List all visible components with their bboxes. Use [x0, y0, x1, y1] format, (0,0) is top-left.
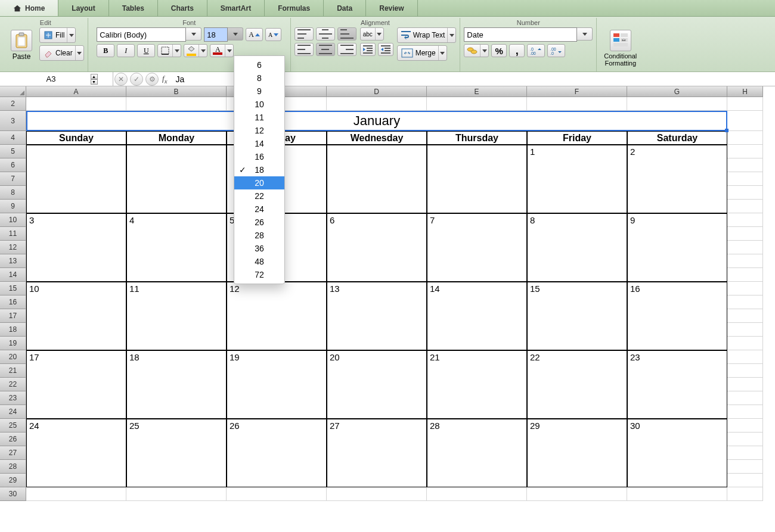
paste-button[interactable]: Paste [7, 27, 36, 63]
formula-builder-button[interactable]: ⚙ [145, 73, 159, 86]
grow-font-button[interactable]: A [246, 28, 263, 41]
align-top-button[interactable] [294, 27, 314, 41]
calendar-cell[interactable]: 23 [627, 350, 727, 419]
row-header-14[interactable]: 14 [0, 268, 26, 282]
calendar-cell[interactable] [327, 145, 427, 213]
calendar-cell[interactable] [427, 145, 527, 213]
border-button[interactable] [157, 44, 181, 57]
row-header-23[interactable]: 23 [0, 391, 26, 405]
row-header-13[interactable]: 13 [0, 254, 26, 268]
font-size-option-16[interactable]: 16 [234, 150, 284, 163]
number-format-dropdown[interactable] [577, 27, 593, 41]
row-header-28[interactable]: 28 [0, 460, 26, 474]
font-size-option-11[interactable]: 11 [234, 111, 284, 124]
col-header-A[interactable]: A [26, 86, 126, 97]
tab-tables[interactable]: Tables [109, 0, 158, 16]
font-size-option-24[interactable]: 24 [234, 203, 284, 216]
row-header-11[interactable]: 11 [0, 227, 26, 241]
decrease-decimal-button[interactable]: .00.0 [547, 44, 565, 57]
font-name-dropdown[interactable] [186, 27, 202, 41]
font-size-option-20[interactable]: 20 [234, 176, 284, 189]
font-size-option-72[interactable]: 72 [234, 268, 284, 281]
accept-formula-button[interactable]: ✓ [130, 73, 143, 86]
calendar-cell[interactable]: 21 [427, 350, 527, 419]
cell-grid[interactable]: JanuarySundayMondayTuesdayWednesdayThurs… [26, 97, 763, 501]
col-header-F[interactable]: F [527, 86, 627, 97]
calendar-cell[interactable]: 12 [227, 282, 327, 350]
row-header-30[interactable]: 30 [0, 487, 26, 501]
align-left-button[interactable] [294, 43, 314, 56]
tab-data[interactable]: Data [324, 0, 366, 16]
row-header-24[interactable]: 24 [0, 405, 26, 419]
bold-button[interactable]: B [97, 44, 114, 57]
clear-button[interactable]: Clear [39, 45, 84, 61]
font-size-option-22[interactable]: 22 [234, 189, 284, 203]
calendar-cell[interactable]: 9 [627, 213, 727, 282]
calendar-cell[interactable]: 14 [427, 282, 527, 350]
font-color-button[interactable]: A [210, 44, 234, 57]
row-header-2[interactable]: 2 [0, 97, 26, 111]
row-header-7[interactable]: 7 [0, 172, 26, 186]
font-size-option-10[interactable]: 10 [234, 98, 284, 111]
tab-formulas[interactable]: Formulas [265, 0, 324, 16]
col-header-E[interactable]: E [427, 86, 527, 97]
calendar-cell[interactable]: 30 [627, 419, 727, 487]
row-header-4[interactable]: 4 [0, 131, 26, 145]
font-size-option-8[interactable]: 8 [234, 71, 284, 85]
calendar-cell[interactable]: 27 [327, 419, 427, 487]
calendar-cell[interactable]: 13 [327, 282, 427, 350]
font-size-option-14[interactable]: 14 [234, 137, 284, 150]
cancel-formula-button[interactable]: ✕ [114, 73, 128, 86]
underline-button[interactable]: U [137, 44, 155, 57]
calendar-cell[interactable]: 8 [527, 213, 627, 282]
row-header-25[interactable]: 25 [0, 419, 26, 433]
calendar-cell[interactable]: 19 [227, 350, 327, 419]
row-header-19[interactable]: 19 [0, 337, 26, 350]
calendar-cell[interactable]: 1 [527, 145, 627, 213]
row-header-15[interactable]: 15 [0, 282, 26, 295]
row-header-18[interactable]: 18 [0, 323, 26, 337]
name-box-stepper[interactable]: ▲▼ [91, 74, 98, 85]
calendar-title[interactable]: January [26, 111, 727, 131]
calendar-cell[interactable]: 2 [627, 145, 727, 213]
font-size-option-36[interactable]: 36 [234, 242, 284, 255]
font-size-input[interactable] [204, 27, 228, 42]
font-size-option-6[interactable]: 6 [234, 58, 284, 71]
row-header-9[interactable]: 9 [0, 200, 26, 213]
percent-button[interactable]: % [491, 44, 507, 57]
row-header-5[interactable]: 5 [0, 145, 26, 158]
calendar-cell[interactable]: 22 [527, 350, 627, 419]
calendar-cell[interactable]: 15 [527, 282, 627, 350]
tab-home[interactable]: Home [0, 0, 58, 16]
calendar-cell[interactable]: 7 [427, 213, 527, 282]
row-header-26[interactable]: 26 [0, 433, 26, 446]
align-center-button[interactable] [316, 43, 335, 56]
font-size-option-28[interactable]: 28 [234, 229, 284, 242]
wrap-text-button[interactable]: Wrap Text [397, 27, 457, 43]
calendar-cell[interactable]: 28 [427, 419, 527, 487]
calendar-cell[interactable]: 11 [126, 282, 227, 350]
comma-button[interactable]: , [509, 44, 525, 57]
select-all-corner[interactable] [0, 86, 26, 97]
calendar-cell[interactable]: 16 [627, 282, 727, 350]
fill-color-button[interactable] [184, 44, 207, 57]
calendar-cell[interactable]: 6 [327, 213, 427, 282]
font-size-option-12[interactable]: 12 [234, 124, 284, 137]
tab-review[interactable]: Review [366, 0, 417, 16]
calendar-cell[interactable]: 10 [26, 282, 126, 350]
font-size-option-9[interactable]: 9 [234, 85, 284, 98]
shrink-font-button[interactable]: A [265, 28, 281, 41]
number-format-input[interactable] [464, 27, 577, 42]
calendar-cell[interactable] [126, 145, 227, 213]
row-header-29[interactable]: 29 [0, 474, 26, 487]
col-header-G[interactable]: G [627, 86, 727, 97]
row-header-3[interactable]: 3 [0, 111, 26, 131]
fill-button[interactable]: Fill [39, 27, 76, 43]
calendar-cell[interactable]: 17 [26, 350, 126, 419]
row-header-10[interactable]: 10 [0, 213, 26, 227]
name-box[interactable]: ▲▼ [0, 72, 113, 86]
font-size-option-18[interactable]: ✓18 [234, 163, 284, 176]
italic-button[interactable]: I [117, 44, 135, 57]
name-box-input[interactable] [16, 74, 87, 83]
col-header-D[interactable]: D [327, 86, 427, 97]
